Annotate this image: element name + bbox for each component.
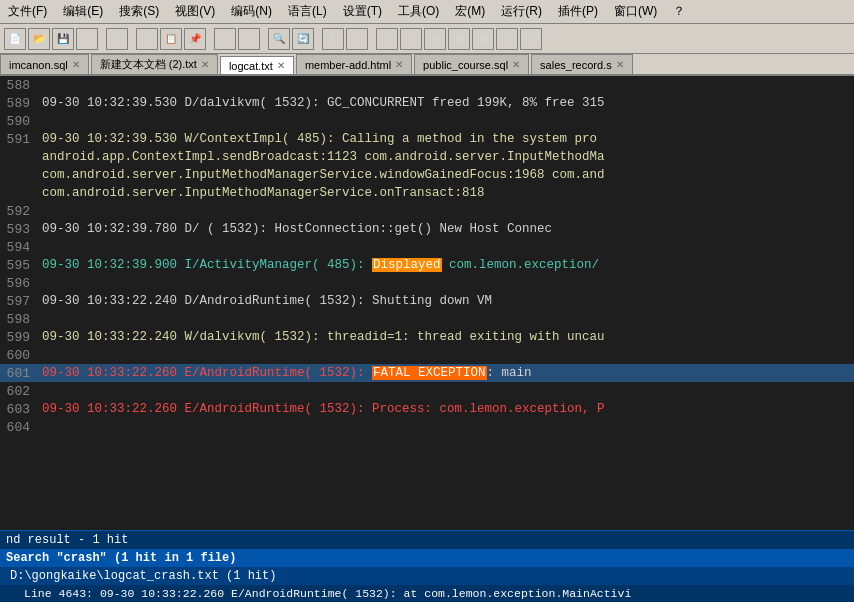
toolbar-play[interactable]: ▷ (496, 28, 518, 50)
line-600: 600 (0, 346, 854, 364)
line-593: 59309-30 10:32:39.780 D/ ( 1532): HostCo… (0, 220, 854, 238)
line-number: 595 (0, 258, 38, 273)
line-591: 59109-30 10:32:39.530 W/ContextImpl( 485… (0, 130, 854, 148)
toolbar-print[interactable]: 🖨 (106, 28, 128, 50)
toolbar-replace[interactable]: 🔄 (292, 28, 314, 50)
toolbar-zoomout[interactable]: - (346, 28, 368, 50)
menu-settings[interactable]: 设置(T) (339, 2, 386, 21)
line-602: 602 (0, 382, 854, 400)
menu-encode[interactable]: 编码(N) (227, 2, 276, 21)
menu-view[interactable]: 视图(V) (171, 2, 219, 21)
line-595: 59509-30 10:32:39.900 I/ActivityManager(… (0, 256, 854, 274)
toolbar-new[interactable]: 📄 (4, 28, 26, 50)
line-content: 09-30 10:33:22.240 W/dalvikvm( 1532): th… (38, 330, 605, 344)
line-601: 60109-30 10:33:22.260 E/AndroidRuntime( … (0, 364, 854, 382)
toolbar-close[interactable]: ✕ (76, 28, 98, 50)
line-content: 09-30 10:33:22.260 E/AndroidRuntime( 153… (38, 366, 532, 380)
line-604: 604 (0, 418, 854, 436)
tab-close-logcat[interactable]: ✕ (277, 60, 285, 71)
toolbar-undo[interactable]: ↩ (214, 28, 236, 50)
toolbar-open[interactable]: 📂 (28, 28, 50, 50)
line-content (38, 348, 50, 362)
toolbar: 📄 📂 💾 ✕ 🖨 ✂ 📋 📌 ↩ ↪ 🔍 🔄 + - ⇔ → ▶ ⏺ ⏹ ▷ … (0, 24, 854, 54)
toolbar-abc[interactable]: ABC (520, 28, 542, 50)
menu-language[interactable]: 语言(L) (284, 2, 331, 21)
toolbar-paste[interactable]: 📌 (184, 28, 206, 50)
toolbar-copy[interactable]: 📋 (160, 28, 182, 50)
line-590: 590 (0, 112, 854, 130)
line-number: 599 (0, 330, 38, 345)
line-content: 09-30 10:32:39.780 D/ ( 1532): HostConne… (38, 222, 552, 236)
tab-close-newtext[interactable]: ✕ (201, 59, 209, 70)
line-number: 601 (0, 366, 38, 381)
toolbar-save[interactable]: 💾 (52, 28, 74, 50)
toolbar-macro[interactable]: ▶ (424, 28, 446, 50)
tab-imcanon-sql[interactable]: imcanon.sql ✕ (0, 54, 89, 74)
line-content (38, 276, 50, 290)
line-cont: com.android.server.InputMethodManagerSer… (0, 166, 854, 184)
search-result-file-label[interactable]: D:\gongkaike\logcat_crash.txt (1 hit) (0, 567, 854, 585)
line-content: 09-30 10:32:39.900 I/ActivityManager( 48… (38, 258, 599, 272)
line-number: 594 (0, 240, 38, 255)
line-number: 591 (0, 132, 38, 147)
line-number: 602 (0, 384, 38, 399)
line-cont: android.app.ContextImpl.sendBroadcast:11… (0, 148, 854, 166)
tab-close-imcanon[interactable]: ✕ (72, 59, 80, 70)
menu-window[interactable]: 窗口(W) (610, 2, 661, 21)
toolbar-wrap[interactable]: ⇔ (376, 28, 398, 50)
line-content (38, 204, 50, 218)
line-content: com.android.server.InputMethodManagerSer… (38, 186, 485, 200)
line-number: 590 (0, 114, 38, 129)
search-result-header: nd result - 1 hit (0, 531, 854, 549)
line-596: 596 (0, 274, 854, 292)
menu-tools[interactable]: 工具(O) (394, 2, 443, 21)
toolbar-cut[interactable]: ✂ (136, 28, 158, 50)
tab-new-text[interactable]: 新建文本文档 (2).txt ✕ (91, 54, 218, 74)
line-number: 604 (0, 420, 38, 435)
menu-plugins[interactable]: 插件(P) (554, 2, 602, 21)
line-content (38, 114, 50, 128)
menu-macro[interactable]: 宏(M) (451, 2, 489, 21)
tab-bar: imcanon.sql ✕ 新建文本文档 (2).txt ✕ logcat.tx… (0, 54, 854, 76)
line-594: 594 (0, 238, 854, 256)
bottom-panel: nd result - 1 hit Search "crash" (1 hit … (0, 530, 854, 602)
menu-file[interactable]: 文件(F) (4, 2, 51, 21)
code-lines: 588 58909-30 10:32:39.530 D/dalvikvm( 15… (0, 76, 854, 530)
line-content: android.app.ContextImpl.sendBroadcast:11… (38, 150, 605, 164)
line-content (38, 78, 50, 92)
menu-edit[interactable]: 编辑(E) (59, 2, 107, 21)
line-cont: com.android.server.InputMethodManagerSer… (0, 184, 854, 202)
menu-search[interactable]: 搜索(S) (115, 2, 163, 21)
tab-close-sales[interactable]: ✕ (616, 59, 624, 70)
tab-logcat[interactable]: logcat.txt ✕ (220, 56, 294, 76)
toolbar-record[interactable]: ⏺ (448, 28, 470, 50)
line-number: 598 (0, 312, 38, 327)
code-area[interactable]: 588 58909-30 10:32:39.530 D/dalvikvm( 15… (0, 76, 854, 530)
search-result-line-label: Line 4643: 09-30 10:33:22.260 E/AndroidR… (0, 585, 854, 602)
menu-help[interactable]: ？ (669, 2, 689, 21)
toolbar-find[interactable]: 🔍 (268, 28, 290, 50)
tab-member-add[interactable]: member-add.html ✕ (296, 54, 412, 74)
line-content: 09-30 10:32:39.530 W/ContextImpl( 485): … (38, 132, 597, 146)
tab-close-member[interactable]: ✕ (395, 59, 403, 70)
menu-run[interactable]: 运行(R) (497, 2, 546, 21)
line-589: 58909-30 10:32:39.530 D/dalvikvm( 1532):… (0, 94, 854, 112)
line-588: 588 (0, 76, 854, 94)
tab-close-public-course[interactable]: ✕ (512, 59, 520, 70)
line-content: com.android.server.InputMethodManagerSer… (38, 168, 605, 182)
line-content (38, 420, 50, 434)
line-598: 598 (0, 310, 854, 328)
tab-public-course[interactable]: public_course.sql ✕ (414, 54, 529, 74)
line-number: 592 (0, 204, 38, 219)
line-content: 09-30 10:33:22.260 E/AndroidRuntime( 153… (38, 402, 605, 416)
editor[interactable]: 588 58909-30 10:32:39.530 D/dalvikvm( 15… (0, 76, 854, 530)
toolbar-stop[interactable]: ⏹ (472, 28, 494, 50)
line-number: 596 (0, 276, 38, 291)
toolbar-zoomin[interactable]: + (322, 28, 344, 50)
menubar: 文件(F) 编辑(E) 搜索(S) 视图(V) 编码(N) 语言(L) 设置(T… (0, 0, 854, 24)
toolbar-redo[interactable]: ↪ (238, 28, 260, 50)
toolbar-indent[interactable]: → (400, 28, 422, 50)
search-result-search-label: Search "crash" (1 hit in 1 file) (0, 549, 854, 567)
tab-sales-record[interactable]: sales_record.s ✕ (531, 54, 633, 74)
line-597: 59709-30 10:33:22.240 D/AndroidRuntime( … (0, 292, 854, 310)
